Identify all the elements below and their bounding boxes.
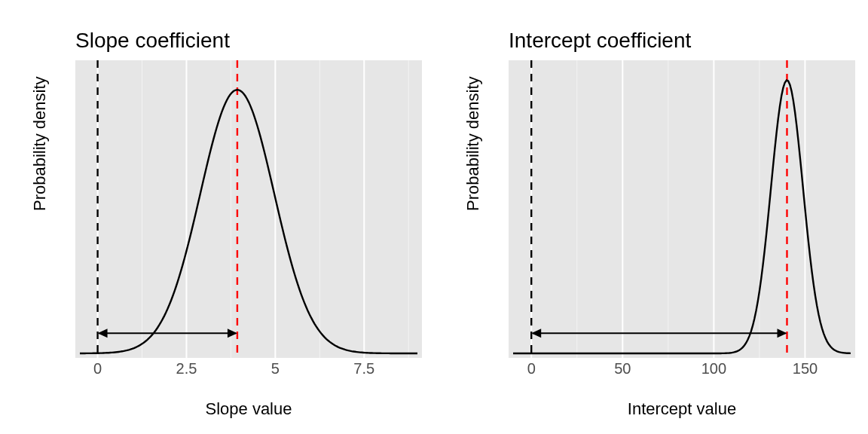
- x-tick-label: 100: [701, 360, 726, 377]
- x-tick-label: 2.5: [176, 360, 197, 377]
- x-axis-label: Intercept value: [509, 399, 855, 419]
- x-axis-label: Slope value: [75, 399, 422, 419]
- figure: Slope coefficient Probability density 02…: [0, 0, 868, 434]
- x-tick-label: 0: [93, 360, 102, 377]
- plot-svg: [509, 60, 855, 358]
- plot-area: [509, 60, 855, 358]
- panel-title: Slope coefficient: [75, 29, 230, 53]
- y-axis-label: Probability density: [30, 76, 50, 211]
- svg-marker-10: [228, 329, 237, 338]
- x-tick-label: 5: [271, 360, 280, 377]
- grid: [98, 60, 409, 358]
- svg-marker-9: [98, 329, 108, 338]
- x-tick-label: 150: [793, 360, 818, 377]
- plot-area: [75, 60, 422, 358]
- panel-title: Intercept coefficient: [509, 29, 691, 53]
- grid: [531, 60, 805, 358]
- x-tick-label: 0: [527, 360, 536, 377]
- svg-marker-20: [777, 329, 787, 338]
- plot-svg: [75, 60, 422, 358]
- density-curve: [80, 90, 417, 353]
- svg-marker-19: [531, 329, 541, 338]
- y-axis-label: Probability density: [463, 76, 483, 211]
- tvalue-arrow: [98, 329, 237, 338]
- panel-intercept: Intercept coefficient Probability densit…: [441, 0, 863, 434]
- x-tick-label: 7.5: [353, 360, 374, 377]
- x-tick-label: 50: [614, 360, 631, 377]
- panel-slope: Slope coefficient Probability density 02…: [8, 0, 429, 434]
- density-curve: [513, 81, 851, 353]
